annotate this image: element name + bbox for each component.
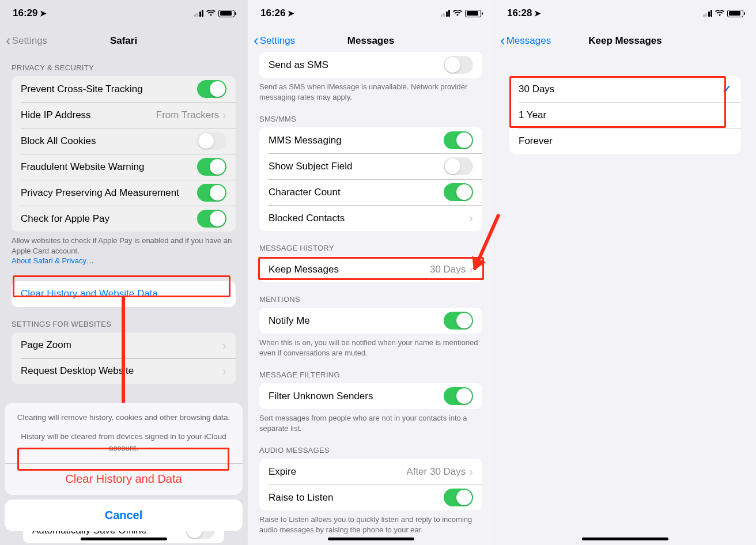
toggle-switch[interactable] [197, 80, 226, 98]
sheet-message: Clearing will remove history, cookies an… [5, 403, 243, 463]
footer-text: Allow websites to check if Apple Pay is … [12, 236, 232, 255]
chevron-right-icon: › [222, 108, 226, 122]
group-smsmms: MMS Messaging Show Subject Field Charact… [259, 127, 482, 231]
home-indicator [582, 538, 668, 540]
location-icon: ➤ [40, 9, 47, 18]
toggle-switch[interactable] [444, 312, 473, 330]
section-header-history: MESSAGE HISTORY [248, 231, 494, 256]
status-bar: 16:28 ➤ [494, 0, 756, 27]
sheet-message-line: History will be cleared from devices sig… [16, 431, 231, 453]
back-label: Settings [12, 35, 47, 47]
row-label: MMS Messaging [269, 135, 444, 146]
toggle-switch[interactable] [197, 158, 226, 176]
status-bar: 16:26 ➤ [248, 0, 494, 27]
location-icon: ➤ [288, 9, 294, 18]
row-label: Keep Messages [269, 264, 430, 275]
row-label: Character Count [269, 187, 444, 198]
row-blocked-contacts[interactable]: Blocked Contacts › [259, 205, 482, 231]
screen-messages: 16:26 ➤ ‹ Settings Messages Send as SMS [247, 0, 494, 545]
checkmark-icon: ✓ [722, 82, 732, 96]
clear-history-and-data-button[interactable]: Clear History and Data [5, 463, 243, 495]
status-time: 16:28 [507, 7, 532, 19]
toggle-switch[interactable] [444, 387, 473, 405]
chevron-left-icon: ‹ [254, 33, 259, 48]
nav-bar: ‹ Settings Safari [0, 27, 247, 55]
group-message-history: Keep Messages 30 Days › [259, 256, 482, 282]
status-time: 16:26 [260, 7, 285, 19]
row-value: From Trackers [156, 109, 220, 121]
screen-keep-messages: 16:28 ➤ ‹ Messages Keep Messages 30 Days [494, 0, 756, 545]
row-label: Check for Apple Pay [21, 213, 197, 225]
row-label: Send as SMS [269, 59, 444, 71]
group-filter: Filter Unknown Senders [259, 383, 482, 409]
option-30-days[interactable]: 30 Days ✓ [509, 76, 741, 102]
back-button[interactable]: ‹ Messages [500, 34, 551, 48]
toggle-switch[interactable] [444, 157, 473, 175]
row-expire[interactable]: Expire After 30 Days › [259, 459, 482, 485]
status-bar: 16:29 ➤ [0, 0, 247, 27]
row-label: Fraudulent Website Warning [21, 161, 197, 173]
toggle-switch[interactable] [444, 489, 473, 506]
row-prevent-tracking[interactable]: Prevent Cross-Site Tracking [12, 76, 236, 102]
row-label: Blocked Contacts [269, 213, 469, 224]
footer-filter: Sort messages from people who are not in… [248, 409, 494, 433]
row-mms[interactable]: MMS Messaging [259, 127, 482, 153]
row-char-count[interactable]: Character Count [259, 179, 482, 205]
row-label: Forever [519, 135, 732, 147]
toggle-switch[interactable] [197, 210, 226, 228]
toggle-switch[interactable] [197, 184, 226, 202]
row-label: Prevent Cross-Site Tracking [21, 84, 197, 95]
row-send-as-sms[interactable]: Send as SMS [259, 52, 482, 78]
row-privacy-ad[interactable]: Privacy Preserving Ad Measurement [12, 180, 236, 206]
section-header-privacy: PRIVACY & SECURITY [0, 55, 247, 76]
status-time: 16:29 [13, 7, 37, 19]
battery-icon [727, 10, 743, 17]
row-filter-unknown[interactable]: Filter Unknown Senders [259, 383, 482, 409]
row-label: Expire [269, 466, 406, 478]
row-label: Notify Me [269, 315, 444, 327]
section-header-mentions: MENTIONS [248, 282, 494, 308]
section-header-smsmms: SMS/MMS [248, 102, 494, 127]
home-indicator [81, 538, 167, 540]
row-apple-pay[interactable]: Check for Apple Pay [12, 206, 236, 232]
location-icon: ➤ [534, 9, 541, 18]
toggle-switch[interactable] [197, 132, 226, 150]
toggle-switch[interactable] [444, 56, 473, 74]
row-label: Hide IP Address [21, 109, 156, 121]
row-raise-to-listen[interactable]: Raise to Listen [259, 485, 482, 510]
cellular-icon [703, 10, 713, 17]
row-label: Block All Cookies [21, 135, 197, 147]
toggle-switch[interactable] [444, 131, 473, 149]
row-label: Clear History and Website Data [21, 288, 158, 300]
cellular-icon [441, 10, 451, 17]
row-subject[interactable]: Show Subject Field [259, 153, 482, 179]
chevron-right-icon: › [469, 465, 473, 478]
row-label: Privacy Preserving Ad Measurement [21, 187, 197, 199]
option-forever[interactable]: Forever [509, 128, 741, 154]
back-button[interactable]: ‹ Settings [6, 34, 47, 48]
toggle-switch[interactable] [444, 183, 473, 201]
row-label: Raise to Listen [269, 492, 444, 504]
about-safari-link[interactable]: About Safari & Privacy… [12, 256, 94, 265]
cancel-button[interactable]: Cancel [5, 499, 243, 531]
chevron-right-icon: › [222, 365, 226, 378]
back-label: Settings [260, 35, 295, 47]
option-1-year[interactable]: 1 Year [509, 102, 741, 128]
group-privacy: Prevent Cross-Site Tracking Hide IP Addr… [12, 76, 236, 232]
wifi-icon [453, 7, 462, 19]
row-hide-ip[interactable]: Hide IP Address From Trackers › [12, 102, 236, 128]
battery-icon [218, 10, 235, 17]
row-fraud-warning[interactable]: Fraudulent Website Warning [12, 154, 236, 180]
row-value: After 30 Days [406, 466, 466, 478]
home-indicator [328, 538, 414, 540]
footer-mentions: When this is on, you will be notified wh… [248, 334, 494, 358]
back-button[interactable]: ‹ Settings [254, 34, 295, 48]
row-block-cookies[interactable]: Block All Cookies [12, 128, 236, 154]
chevron-right-icon: › [222, 339, 226, 352]
chevron-left-icon: ‹ [6, 33, 11, 48]
row-notify-me[interactable]: Notify Me [259, 308, 482, 334]
back-label: Messages [506, 35, 551, 47]
wifi-icon [715, 7, 724, 19]
battery-icon [465, 10, 481, 17]
row-keep-messages[interactable]: Keep Messages 30 Days › [259, 256, 482, 282]
